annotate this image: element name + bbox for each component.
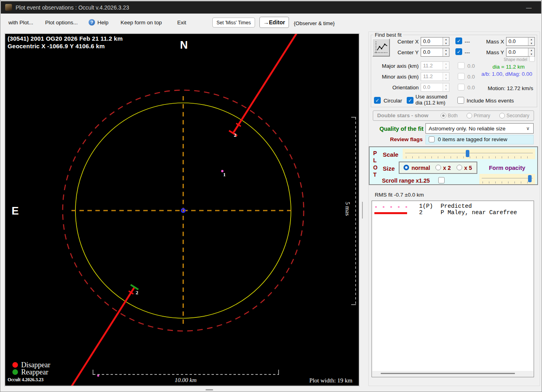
orientation-checkbox[interactable]	[458, 84, 465, 91]
size-x2-radio[interactable]	[435, 165, 441, 170]
size-x5-radio[interactable]	[457, 165, 462, 170]
center-x-spinner[interactable]: 0.0▲▼	[421, 37, 449, 46]
km-scale-label: 10.00 km	[162, 377, 210, 384]
disappear-dot	[12, 362, 18, 368]
plot-vertical-title: P L O T	[373, 150, 378, 178]
minor-axis-aux: 0.0	[467, 74, 475, 80]
help-icon[interactable]: ?	[89, 19, 95, 26]
chord2-label-upper: 2	[234, 132, 237, 138]
orientation-label: Orientation	[375, 85, 419, 91]
quality-select[interactable]: Astrometry only. No reliable size ∨	[425, 123, 534, 134]
use-assumed-checkbox[interactable]: ✓	[407, 97, 413, 104]
north-label: N	[180, 39, 188, 51]
use-assumed-label: Use assumed dia (11.2 km)	[415, 94, 447, 106]
mas-scale-label: 5 mas	[344, 197, 351, 221]
include-miss-label: Include Miss events	[467, 98, 514, 104]
menu-with-plot[interactable]: with Plot...	[8, 19, 33, 27]
center-x-label: Center X	[383, 39, 419, 45]
center-y-spinner[interactable]: 0.0▲▼	[421, 48, 449, 57]
quality-value: Astrometry only. No reliable size	[429, 126, 506, 132]
menu-plot-options[interactable]: Plot options...	[45, 19, 78, 27]
mass-y-spinner[interactable]: 0.0▲▼	[506, 48, 535, 57]
orientation-spinner: 0.0▲▼	[421, 83, 449, 92]
minor-axis-checkbox[interactable]	[458, 73, 465, 80]
chord2-upper-segment[interactable]	[233, 34, 298, 133]
shape-model-checkbox[interactable]	[529, 56, 535, 62]
center-y-flag: ---	[465, 49, 470, 55]
reappear-label: Reappear	[21, 368, 48, 376]
review-flags-status: 0 items are tagged for review	[438, 136, 507, 142]
shape-model-label: Shape model	[495, 57, 527, 62]
menu-help[interactable]: Help	[97, 19, 109, 27]
title-bar: Plot event observations : Occult v.4.202…	[1, 1, 541, 14]
observation-row-id: 2	[419, 209, 423, 216]
plot-vertical-scrollbar[interactable]	[362, 202, 363, 219]
review-flags-label: Review flags	[372, 136, 423, 142]
observations-listbox[interactable]: 1(P) Predicted 2 P Maley, near Carefree	[372, 201, 534, 377]
app-icon	[5, 4, 12, 11]
size-x2-label: x 2	[443, 165, 451, 171]
east-label: E	[12, 205, 19, 217]
observation-row-name: Predicted	[441, 203, 472, 209]
major-axis-spinner: 11.2▲▼	[421, 61, 449, 70]
chevron-down-icon: ∨	[526, 126, 530, 131]
opacity-slider-ticks	[483, 181, 532, 183]
chord2-swatch	[374, 212, 407, 214]
dia-text: dia = 11.2 km	[493, 64, 524, 70]
mass-x-spinner[interactable]: 0.0▲▼	[506, 37, 535, 46]
editor-button[interactable]: →Editor	[259, 17, 289, 28]
menu-exit[interactable]: Exit	[177, 19, 186, 27]
minimize-button[interactable]: —	[522, 1, 536, 14]
double-stars-secondary-label: Secondary	[506, 113, 529, 118]
scale-slider[interactable]	[403, 149, 535, 159]
listbox-hscrollbar-thumb[interactable]	[381, 373, 515, 374]
plot-shapes	[5, 34, 359, 386]
reappear-dot	[12, 369, 18, 375]
center-x-flag: ---	[465, 39, 470, 45]
circular-checkbox[interactable]: ✓	[374, 97, 381, 104]
form-opacity-label: Form opacity	[489, 165, 525, 171]
orientation-aux: 0.0	[467, 85, 475, 91]
observation-row-id: 1(P)	[419, 203, 433, 209]
size-label: Size	[383, 165, 395, 172]
double-stars-primary-label: Primary	[474, 113, 490, 118]
menu-keep-on-top[interactable]: Keep form on top	[121, 19, 162, 27]
mass-y-label: Mass Y	[479, 49, 504, 55]
major-axis-checkbox[interactable]	[458, 62, 465, 69]
set-miss-times-button[interactable]: Set 'Miss' Times	[212, 18, 255, 28]
opacity-slider-groove	[482, 178, 533, 179]
chord2-label-lower: 2	[136, 290, 138, 296]
scroll-range-checkbox[interactable]	[438, 177, 445, 183]
plot-version-label: Occult 4.2026.3.23	[8, 377, 44, 382]
scalebar-point	[97, 374, 99, 376]
plot-header-line2: Geocentric X -1066.9 Y 4106.6 km	[8, 43, 105, 49]
center-x-checkbox[interactable]: ✓	[455, 37, 462, 44]
center-y-checkbox[interactable]: ✓	[455, 48, 462, 55]
review-flags-checkbox[interactable]	[429, 136, 435, 142]
mas-scale-bracket	[351, 117, 356, 305]
quality-label: Quality of the fit	[371, 126, 423, 132]
double-stars-secondary-radio[interactable]	[499, 113, 505, 118]
size-normal-radio[interactable]	[404, 165, 409, 170]
major-axis-aux: 0.0	[467, 63, 475, 69]
major-axis-label: Major axis (km)	[375, 63, 419, 69]
observer-time-label: {Observer & time}	[294, 20, 335, 28]
size-x5-label: x 5	[464, 165, 472, 171]
opacity-slider[interactable]	[479, 174, 535, 184]
scale-slider-ticks	[406, 156, 532, 158]
chord2-lower-segment[interactable]	[70, 287, 135, 386]
minor-axis-spinner: 11.2▲▼	[421, 72, 449, 81]
mass-x-label: Mass X	[479, 39, 504, 45]
double-stars-both-label: Both	[448, 113, 458, 118]
include-miss-checkbox[interactable]	[457, 97, 464, 104]
double-stars-primary-radio[interactable]	[467, 113, 472, 118]
plot-header-line1: (30541) 2001 OG20 2026 Feb 21 11.2 km	[8, 35, 123, 42]
center-y-label: Center Y	[383, 49, 419, 55]
occult-plot-window: Plot event observations : Occult v.4.202…	[0, 0, 542, 392]
observation-row-name: P Maley, near Carefree	[441, 209, 517, 216]
plot-canvas[interactable]: (30541) 2001 OG20 2026 Feb 21 11.2 km Ge…	[4, 33, 360, 386]
double-stars-both-radio[interactable]	[441, 113, 446, 118]
station1-label: 1	[223, 171, 226, 178]
window-horizontal-scrollbar[interactable]	[206, 389, 213, 390]
find-best-fit-title: Find best fit	[373, 32, 403, 38]
